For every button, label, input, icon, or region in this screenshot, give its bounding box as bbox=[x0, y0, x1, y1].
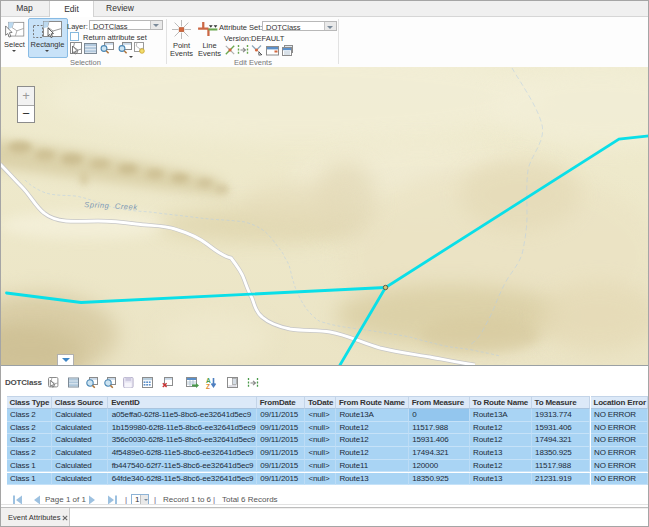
svg-text:Z: Z bbox=[206, 383, 210, 390]
